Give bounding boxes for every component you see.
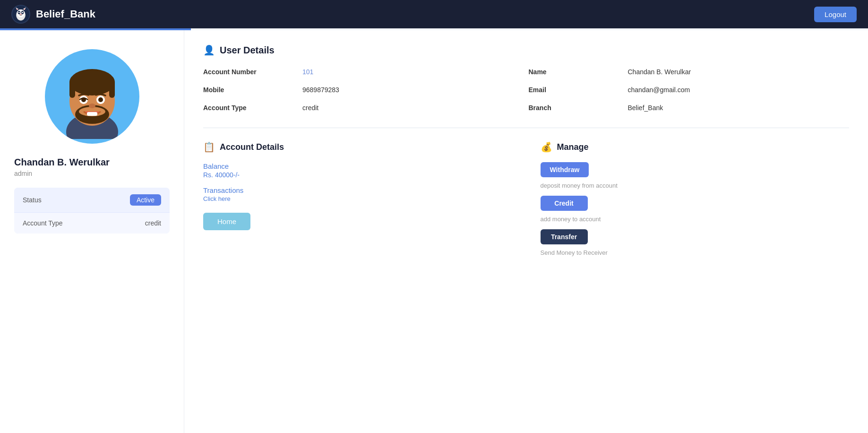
account-type-value-main: credit [302, 102, 524, 113]
manage-title: 💰 Manage [541, 141, 850, 153]
mobile-label: Mobile [203, 84, 298, 95]
svg-rect-21 [87, 112, 97, 116]
brand-container: Belief_Bank [11, 5, 95, 24]
app-logo [11, 5, 30, 24]
branch-label: Branch [529, 102, 623, 113]
account-type-label-main: Account Type [203, 102, 298, 113]
sections-row: 📋 Account Details Balance Rs. 40000-/- T… [203, 141, 849, 263]
mobile-value: 9689879283 [302, 84, 524, 95]
manage-icon: 💰 [541, 141, 552, 153]
sidebar-user-name: Chandan B. Werulkar [14, 157, 170, 168]
withdraw-desc: deposit money from account [541, 182, 850, 189]
transactions-click[interactable]: Click here [203, 195, 512, 202]
account-details-title: 📋 Account Details [203, 141, 512, 153]
logout-button[interactable]: Logout [814, 7, 857, 22]
account-number-label: Account Number [203, 66, 298, 78]
branch-value: Belief_Bank [628, 102, 850, 113]
sidebar-user-role: admin [14, 170, 170, 177]
withdraw-button[interactable]: Withdraw [541, 162, 589, 177]
balance-value: Rs. 40000-/- [203, 171, 512, 179]
avatar [45, 49, 139, 144]
svg-point-5 [18, 12, 20, 13]
manage-section: 💰 Manage Withdraw deposit money from acc… [541, 141, 850, 263]
user-details-title: 👤 User Details [203, 44, 849, 56]
app-header: Belief_Bank Logout [0, 0, 868, 28]
account-icon: 📋 [203, 141, 215, 153]
user-icon: 👤 [203, 44, 215, 56]
svg-rect-17 [69, 80, 75, 98]
section-divider [203, 128, 849, 128]
account-details-section: 📋 Account Details Balance Rs. 40000-/- T… [203, 141, 512, 263]
name-label: Name [529, 66, 623, 78]
account-type-value: credit [145, 219, 161, 227]
withdraw-row: Withdraw [541, 162, 850, 177]
account-type-row: Account Type credit [14, 212, 170, 234]
name-value: Chandan B. Werulkar [628, 66, 850, 78]
email-label: Email [529, 84, 623, 95]
email-value: chandan@gmail.com [628, 84, 850, 95]
svg-point-26 [89, 104, 95, 108]
main-content: 👤 User Details Account Number 101 Name C… [184, 30, 868, 433]
svg-point-16 [69, 69, 115, 95]
account-number-value: 101 [302, 66, 524, 78]
svg-rect-18 [109, 80, 115, 98]
status-badge: Active [130, 194, 161, 206]
account-type-label: Account Type [23, 219, 63, 227]
transfer-desc: Send Money to Receiver [541, 249, 850, 256]
transfer-row: Transfer [541, 229, 850, 244]
home-button[interactable]: Home [203, 213, 250, 230]
svg-point-6 [22, 12, 23, 13]
credit-row: Credit [541, 196, 850, 211]
transfer-button[interactable]: Transfer [541, 229, 588, 244]
user-details-grid: Account Number 101 Name Chandan B. Werul… [203, 66, 849, 113]
credit-button[interactable]: Credit [541, 196, 588, 211]
sidebar: Chandan B. Werulkar admin Status Active … [0, 30, 184, 433]
credit-desc: add money to account [541, 216, 850, 223]
app-title: Belief_Bank [36, 8, 95, 20]
status-label: Status [23, 196, 42, 204]
balance-label[interactable]: Balance [203, 162, 512, 170]
svg-point-25 [98, 97, 103, 102]
status-row: Status Active [14, 188, 170, 212]
svg-point-7 [20, 14, 22, 15]
status-card: Status Active Account Type credit [14, 188, 170, 234]
transactions-label[interactable]: Transactions [203, 186, 512, 194]
main-layout: Chandan B. Werulkar admin Status Active … [0, 30, 868, 433]
avatar-container [14, 49, 170, 144]
